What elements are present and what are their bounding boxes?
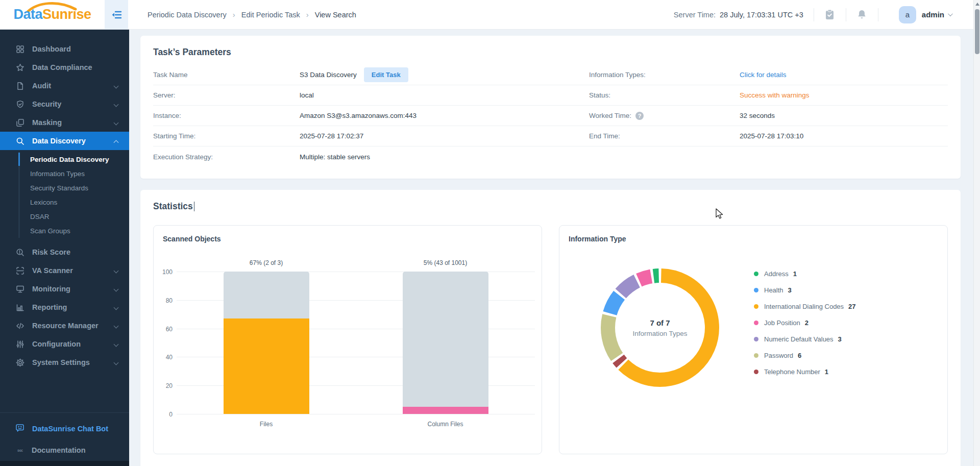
sidebar-item-label: Audit (32, 82, 51, 90)
edit-task-button[interactable]: Edit Task (364, 67, 408, 82)
legend-item-international-dialing-codes[interactable]: International Dialing Codes27 (754, 302, 856, 310)
chevron-down-icon (114, 268, 119, 273)
y-axis-tick: 20 (154, 382, 173, 389)
sidebar-item-va-scanner[interactable]: VA Scanner (0, 261, 129, 280)
legend-dot-icon (754, 272, 758, 276)
sidebar: Dashboard Data Compliance Audit Securi (0, 30, 129, 466)
y-axis-tick: 60 (154, 326, 173, 333)
legend-item-health[interactable]: Health3 (754, 286, 856, 294)
sidebar-item-audit[interactable]: Audit (0, 77, 129, 95)
sidebar-item-masking[interactable]: Masking (0, 113, 129, 132)
sidebar-item-information-types[interactable]: Information Types (20, 166, 129, 181)
param-row-execution-strategy: Execution Strategy: Multiple: stable ser… (153, 146, 948, 167)
breadcrumb-separator: › (306, 10, 309, 19)
sidebar-item-dsar[interactable]: DSAR (20, 209, 129, 224)
avatar: a (899, 6, 916, 23)
legend-item-telephone-number[interactable]: Telephone Number1 (754, 367, 856, 376)
chevron-down-icon (114, 341, 119, 347)
instance-label: Instance: (153, 112, 300, 119)
help-icon[interactable]: ? (635, 112, 644, 120)
server-time: Server Time: 28 July, 17:03:31 UTC +3 (674, 11, 803, 19)
legend-value: 2 (805, 319, 808, 327)
legend-label: Address (764, 270, 789, 278)
sidebar-item-security-standards[interactable]: Security Standards (20, 181, 129, 195)
legend-dot-icon (754, 370, 758, 374)
legend-item-job-position[interactable]: Job Position2 (754, 318, 856, 327)
sidebar-item-system-settings[interactable]: System Settings (0, 353, 129, 372)
donut-legend: Address1Health3International Dialing Cod… (754, 269, 856, 384)
worked-time-label: Worked Time: (589, 112, 631, 119)
divider (814, 8, 814, 21)
end-time-value: 2025-07-28 17:03:10 (740, 132, 948, 140)
divider (0, 412, 129, 413)
sidebar-item-dashboard[interactable]: Dashboard (0, 40, 129, 58)
sidebar-item-lexicons[interactable]: Lexicons (20, 195, 129, 209)
bar-value-label: 67% (2 of 3) (193, 259, 340, 266)
sidebar-item-label: Security (32, 100, 61, 108)
bar-fill (224, 318, 309, 414)
task-name-label: Task Name (153, 71, 300, 79)
sidebar-item-label: Resource Manager (32, 322, 99, 330)
legend-item-password[interactable]: Password6 (754, 351, 856, 359)
chevron-down-icon (114, 286, 119, 291)
chevron-down-icon (114, 323, 119, 328)
legend-item-numeric-default-values[interactable]: Numeric Default Values3 (754, 335, 856, 343)
legend-dot-icon (754, 337, 758, 341)
sidebar-item-reporting[interactable]: Reporting (0, 298, 129, 316)
status-value: Success with warnings (740, 91, 810, 99)
sidebar-item-scan-groups[interactable]: Scan Groups (20, 224, 129, 238)
shield-check-icon (15, 100, 24, 109)
sidebar-item-data-compliance[interactable]: Data Compliance (0, 58, 129, 77)
sidebar-bottom-strip (0, 461, 129, 466)
bar-chart-icon (15, 303, 24, 312)
doc-file-icon: DOC (15, 445, 24, 455)
divider (846, 8, 846, 21)
bar-category-label: Files (193, 421, 340, 428)
notifications-button[interactable] (856, 9, 868, 20)
sidebar-item-resource-manager[interactable]: Resource Manager (0, 316, 129, 335)
sidebar-item-chat-bot[interactable]: DataSunrise Chat Bot (0, 418, 129, 439)
donut-segment-password (608, 315, 617, 357)
search-icon (15, 136, 24, 145)
scanned-objects-title: Scanned Objects (163, 235, 532, 243)
tasks-clipboard-button[interactable] (824, 9, 836, 20)
sidebar-item-configuration[interactable]: Configuration (0, 335, 129, 353)
gear-icon (15, 358, 24, 367)
bar-files: 67% (2 of 3)Files (224, 272, 309, 414)
sidebar-item-monitoring[interactable]: Monitoring (0, 280, 129, 298)
vertical-scrollbar[interactable] (973, 0, 980, 466)
information-types-label: Information Types: (589, 71, 740, 79)
main-content: Task’s Parameters Task Name S3 Data Disc… (129, 30, 980, 466)
legend-item-address[interactable]: Address1 (754, 269, 856, 278)
sidebar-item-periodic-data-discovery[interactable]: Periodic Data Discovery (20, 152, 129, 166)
sidebar-item-security[interactable]: Security (0, 95, 129, 113)
sidebar-item-data-discovery[interactable]: Data Discovery (0, 132, 129, 150)
svg-text:DOC: DOC (18, 450, 23, 452)
sidebar-item-documentation[interactable]: DOC Documentation (0, 439, 129, 461)
bell-icon (857, 9, 867, 20)
breadcrumb-item-periodic-data-discovery[interactable]: Periodic Data Discovery (148, 11, 227, 19)
click-for-details-link[interactable]: Click for details (740, 71, 787, 79)
logo[interactable]: DataSunrise (0, 0, 105, 29)
user-menu[interactable]: a admin (899, 6, 951, 23)
statistics-title: Statistics (153, 201, 948, 212)
chat-bot-icon (15, 424, 24, 434)
breadcrumb-item-edit-periodic-task[interactable]: Edit Periodic Task (241, 11, 300, 19)
topbar: DataSunrise Periodic Data Discovery › Ed… (0, 0, 980, 30)
sidebar-item-risk-score[interactable]: Risk Score (0, 243, 129, 261)
task-name-value: S3 Data Discovery Edit Task (300, 67, 589, 82)
user-name: admin (922, 10, 944, 19)
server-value: local (300, 91, 589, 99)
sidebar-item-label: Monitoring (32, 285, 70, 293)
donut-segment-address (653, 276, 658, 276)
y-axis-tick: 0 (154, 411, 173, 418)
sidebar-item-label: Data Compliance (32, 63, 92, 71)
legend-value: 1 (793, 270, 797, 278)
copy-pages-icon (15, 118, 24, 127)
donut-segment-job-position (639, 276, 651, 280)
search-alert-icon (15, 248, 24, 257)
sidebar-collapse-button[interactable] (105, 0, 128, 30)
scrollbar-thumb[interactable] (975, 9, 979, 54)
server-time-value: 28 July, 17:03:31 UTC +3 (720, 11, 803, 19)
scrollbar-up-arrow-icon[interactable] (975, 3, 979, 6)
